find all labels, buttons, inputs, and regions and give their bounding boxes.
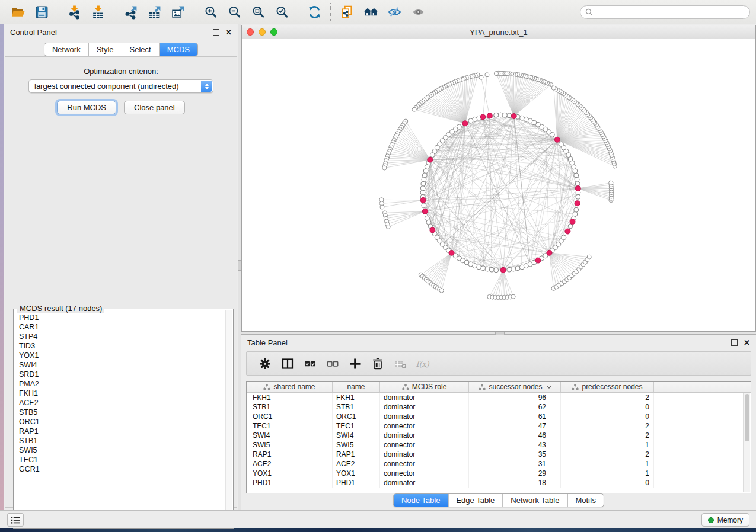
mcds-node-item[interactable]: ORC1 xyxy=(19,417,232,427)
column-header-name[interactable]: name xyxy=(333,382,380,392)
first-neighbors-button[interactable] xyxy=(359,2,382,22)
cell-filler xyxy=(654,421,751,431)
mcds-node-item[interactable]: STB1 xyxy=(19,436,232,446)
mcds-node-item[interactable]: CAR1 xyxy=(19,322,232,332)
zoom-in-button[interactable] xyxy=(199,2,222,22)
save-session-button[interactable] xyxy=(30,2,53,22)
tab-node-table[interactable]: Node Table xyxy=(394,494,448,507)
close-panel-icon[interactable]: ✕ xyxy=(744,339,750,347)
mcds-node-item[interactable]: TID3 xyxy=(19,341,232,351)
select-all-button[interactable] xyxy=(299,354,321,374)
apply-layout-button[interactable] xyxy=(302,2,326,22)
duplicate-network-button[interactable] xyxy=(335,2,359,22)
export-image-button[interactable] xyxy=(166,2,190,22)
toolbar-separator xyxy=(114,3,114,21)
houses-icon xyxy=(363,5,378,20)
mcds-list-scrollbar[interactable] xyxy=(225,310,232,527)
run-mcds-button[interactable]: Run MCDS xyxy=(57,101,116,114)
mcds-node-item[interactable]: RAP1 xyxy=(19,427,232,436)
import-table-button[interactable] xyxy=(86,2,110,22)
tab-network-table[interactable]: Network Table xyxy=(502,494,567,507)
table-row[interactable]: STB1STB1dominator620 xyxy=(247,402,751,412)
mcds-node-item[interactable]: ACE2 xyxy=(19,398,232,408)
mcds-node-item[interactable]: SWI5 xyxy=(19,446,232,455)
zoom-fit-icon xyxy=(251,5,266,20)
mcds-node-item[interactable]: SWI4 xyxy=(19,360,232,370)
delete-columns-button[interactable] xyxy=(366,354,389,374)
cell-successor-nodes: 62 xyxy=(469,402,561,412)
tab-edge-table[interactable]: Edge Table xyxy=(448,494,502,507)
column-header-predecessor-nodes[interactable]: predecessor nodes xyxy=(561,382,654,392)
mcds-node-item[interactable]: GCR1 xyxy=(19,464,232,474)
mcds-node-item[interactable]: STP4 xyxy=(19,332,232,341)
network-window-titlebar[interactable]: YPA_prune.txt_1 xyxy=(242,25,755,39)
column-header-mcds-role[interactable]: MCDS role xyxy=(380,382,469,392)
show-columns-button[interactable] xyxy=(276,354,299,374)
open-session-button[interactable] xyxy=(6,2,30,22)
network-canvas[interactable] xyxy=(242,39,755,331)
window-close-icon[interactable] xyxy=(247,28,254,36)
table-scrollbar[interactable] xyxy=(743,393,750,492)
tab-select[interactable]: Select xyxy=(122,43,159,56)
cell-filler xyxy=(654,469,751,478)
close-panel-icon[interactable]: ✕ xyxy=(225,28,232,36)
float-panel-icon[interactable] xyxy=(213,29,219,36)
export-network-button[interactable] xyxy=(119,2,142,22)
cell-mcds-role: dominator xyxy=(380,402,469,412)
mcds-node-item[interactable]: SRD1 xyxy=(19,370,232,379)
column-type-icon xyxy=(402,384,409,390)
tab-mcds[interactable]: MCDS xyxy=(159,43,197,56)
cell-successor-nodes: 47 xyxy=(469,421,561,431)
float-panel-icon[interactable] xyxy=(731,339,738,346)
cell-name: FKH1 xyxy=(333,393,380,402)
mcds-node-item[interactable]: TEC1 xyxy=(19,455,232,464)
zoom-fit-button[interactable] xyxy=(246,2,270,22)
clear-table-button[interactable] xyxy=(389,354,412,374)
table-row[interactable]: PHD1PHD1dominator180 xyxy=(247,478,751,488)
criterion-select[interactable]: largest connected component (undirected) xyxy=(28,79,213,93)
tab-motifs[interactable]: Motifs xyxy=(567,494,604,507)
tab-network[interactable]: Network xyxy=(44,43,88,56)
export-table-button[interactable] xyxy=(142,2,166,22)
table-row[interactable]: YOX1YOX1connector291 xyxy=(247,469,751,478)
table-options-button[interactable] xyxy=(254,354,276,374)
column-header-successor-nodes[interactable]: successor nodes xyxy=(469,382,561,392)
table-row[interactable]: FKH1FKH1dominator962 xyxy=(247,393,751,402)
zoom-out-button[interactable] xyxy=(222,2,246,22)
column-header-shared-name[interactable]: shared name xyxy=(247,382,333,392)
mcds-node-item[interactable]: FKH1 xyxy=(19,389,232,398)
table-row[interactable]: SWI4SWI4dominator462 xyxy=(247,431,751,440)
create-column-button[interactable] xyxy=(344,354,366,374)
network-graph[interactable] xyxy=(242,39,755,331)
show-all-button[interactable] xyxy=(406,2,430,22)
cell-mcds-role: connector xyxy=(380,469,469,478)
table-row[interactable]: TEC1TEC1connector472 xyxy=(247,421,751,431)
zoom-selected-button[interactable] xyxy=(270,2,294,22)
table-row[interactable]: SWI5SWI5connector431 xyxy=(247,440,751,450)
deselect-all-button[interactable] xyxy=(321,354,344,374)
task-history-button[interactable] xyxy=(7,513,24,527)
mcds-result-list[interactable]: PHD1CAR1STP4TID3YOX1SWI4SRD1PMA2FKH1ACE2… xyxy=(15,310,232,527)
search-box[interactable] xyxy=(580,5,750,19)
mcds-node-item[interactable]: STB5 xyxy=(19,408,232,417)
window-minimize-icon[interactable] xyxy=(259,28,266,36)
tab-style[interactable]: Style xyxy=(88,43,122,56)
window-maximize-icon[interactable] xyxy=(270,28,277,36)
toolbar-separator xyxy=(298,3,298,21)
mcds-node-item[interactable]: PHD1 xyxy=(19,313,232,322)
table-row[interactable]: ORC1ORC1dominator610 xyxy=(247,412,751,421)
zoom-in-icon xyxy=(203,5,218,20)
hide-selected-button[interactable] xyxy=(382,2,406,22)
close-panel-button[interactable]: Close panel xyxy=(124,101,185,114)
mcds-node-item[interactable]: PMA2 xyxy=(19,379,232,389)
table-scrollbar-thumb[interactable] xyxy=(745,394,749,441)
table-row[interactable]: RAP1RAP1dominator352 xyxy=(247,450,751,459)
search-input[interactable] xyxy=(596,8,745,16)
table-row[interactable]: ACE2ACE2connector311 xyxy=(247,459,751,469)
import-network-button[interactable] xyxy=(62,2,86,22)
mcds-node-item[interactable]: YOX1 xyxy=(19,351,232,360)
function-builder-button[interactable]: f(x) xyxy=(412,354,434,374)
column-type-icon xyxy=(479,384,486,390)
memory-button[interactable]: Memory xyxy=(701,513,749,527)
network-leaf-nodes[interactable] xyxy=(379,71,617,299)
